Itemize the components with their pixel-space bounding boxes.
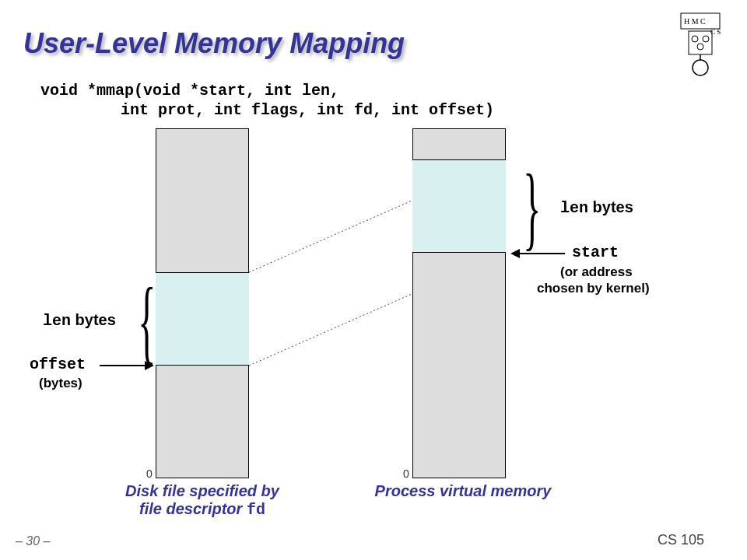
disk-file-mapped-region xyxy=(156,272,249,366)
start-arrow-head xyxy=(510,249,520,258)
code-signature-line2: int prot, int flags, int fd, int offset) xyxy=(121,101,494,119)
svg-point-4 xyxy=(692,36,698,42)
page-number: – 30 – xyxy=(16,534,50,548)
start-arrow-line xyxy=(520,253,565,254)
svg-point-7 xyxy=(693,60,708,75)
start-label: start xyxy=(572,243,619,261)
hmc-cs-logo: H M C C S xyxy=(673,9,735,79)
left-brace: { xyxy=(138,275,156,368)
course-label: CS 105 xyxy=(658,532,704,548)
left-caption: Disk file specified by file descriptor f… xyxy=(105,482,300,519)
zero-right: 0 xyxy=(403,467,409,480)
offset-arrow-line xyxy=(100,365,145,366)
mmap-diagram: { { len bytes len bytes offset (bytes) s… xyxy=(0,121,747,517)
start-sublabel-2: chosen by kernel) xyxy=(537,281,650,296)
right-brace: { xyxy=(523,161,541,254)
len-bytes-right: len bytes xyxy=(560,198,633,217)
offset-label: offset xyxy=(30,355,86,373)
svg-text:H M C: H M C xyxy=(684,17,706,26)
svg-point-6 xyxy=(697,44,703,50)
offset-sublabel: (bytes) xyxy=(39,376,82,391)
virtual-memory-mapped-region xyxy=(412,159,506,253)
len-bytes-left: len bytes xyxy=(43,311,116,330)
svg-point-5 xyxy=(703,36,709,42)
svg-rect-3 xyxy=(689,31,712,54)
start-sublabel-1: (or address xyxy=(560,264,633,280)
slide-title: User-Level Memory Mapping xyxy=(23,27,405,60)
offset-arrow-head xyxy=(145,361,154,370)
right-caption: Process virtual memory xyxy=(374,482,552,500)
code-signature-line1: void *mmap(void *start, int len, xyxy=(40,82,339,100)
zero-left: 0 xyxy=(146,467,153,480)
